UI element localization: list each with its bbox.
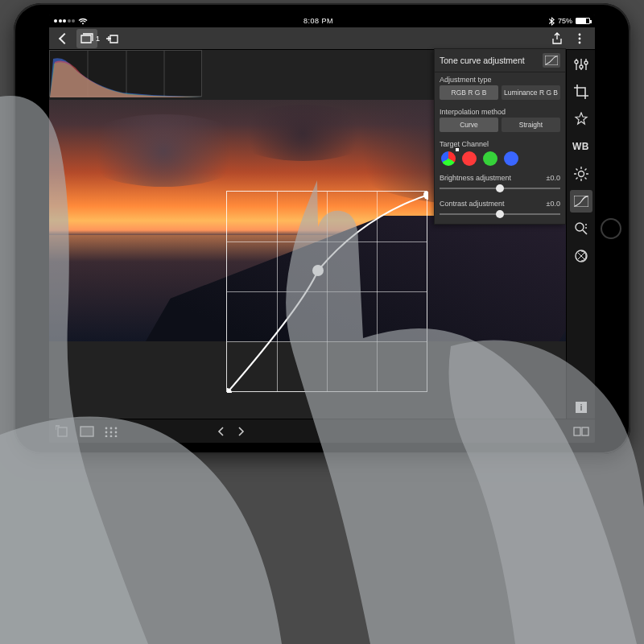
svg-rect-45	[574, 427, 580, 436]
add-collection-button[interactable]	[101, 29, 122, 48]
svg-point-7	[312, 265, 324, 276]
svg-point-39	[105, 431, 108, 433]
wifi-icon	[78, 18, 88, 25]
svg-line-21	[576, 169, 577, 171]
interpolation-label: Interpolation method	[435, 105, 565, 118]
home-button[interactable]	[601, 218, 621, 239]
svg-text:i: i	[580, 402, 582, 412]
channel-green-button[interactable]	[483, 151, 497, 166]
bluetooth-icon	[549, 17, 555, 26]
back-button[interactable]	[54, 29, 75, 48]
clock: 8:08 PM	[88, 17, 549, 25]
svg-line-27	[583, 230, 587, 234]
svg-point-38	[115, 427, 118, 429]
svg-point-43	[110, 435, 113, 436]
channel-blue-button[interactable]	[504, 151, 518, 166]
brightness-value: ±0.0	[547, 174, 560, 182]
svg-line-22	[584, 178, 586, 180]
tone-curve-tool-icon[interactable]	[570, 190, 592, 213]
ipad-device: 8:08 PM 75% 1	[14, 3, 630, 454]
svg-line-24	[576, 178, 577, 180]
app-toolbar: 1	[49, 27, 595, 50]
contrast-value: ±0.0	[547, 200, 560, 208]
target-channel-label: Target Channel	[435, 137, 565, 150]
interpolation-curve[interactable]: Curve	[440, 118, 498, 132]
compare-icon[interactable]	[572, 423, 590, 440]
svg-point-2	[579, 41, 581, 43]
contrast-label: Contrast adjustment	[440, 200, 505, 208]
svg-line-23	[584, 169, 586, 171]
svg-point-40	[110, 431, 113, 433]
interpolation-straight[interactable]: Straight	[502, 118, 560, 132]
signal-dots-icon	[54, 19, 75, 23]
svg-point-41	[115, 431, 118, 433]
prev-image-button[interactable]	[217, 427, 224, 436]
svg-point-0	[579, 33, 581, 35]
panel-title: Tone curve adjustment	[440, 56, 525, 65]
histogram[interactable]	[49, 50, 202, 97]
svg-point-15	[584, 61, 588, 64]
svg-point-16	[578, 171, 584, 177]
adjustments-icon[interactable]	[570, 53, 592, 76]
battery-icon	[576, 18, 590, 24]
brightness-label: Brightness adjustment	[440, 174, 511, 182]
svg-point-37	[110, 427, 113, 429]
grid-view-icon[interactable]	[102, 423, 120, 440]
svg-point-29	[585, 227, 587, 229]
svg-point-42	[105, 435, 108, 436]
brightness-slider[interactable]	[440, 185, 560, 192]
channel-all-button[interactable]	[441, 151, 456, 166]
svg-point-14	[580, 65, 583, 68]
detail-icon[interactable]	[570, 217, 592, 240]
collection-button[interactable]	[76, 29, 97, 48]
more-button[interactable]	[569, 29, 590, 48]
svg-rect-35	[80, 427, 93, 436]
adjustment-type-label: Adjustment type	[435, 72, 565, 85]
svg-point-13	[575, 60, 578, 64]
app-screen: 8:08 PM 75% 1	[49, 14, 595, 443]
share-button[interactable]	[547, 29, 568, 48]
svg-point-36	[105, 427, 108, 429]
svg-point-1	[579, 37, 581, 39]
tone-curve-editor[interactable]	[226, 191, 427, 392]
adjustment-type-luminance[interactable]: Luminance R G B	[502, 85, 560, 100]
svg-rect-46	[582, 427, 588, 436]
crop-icon[interactable]	[570, 80, 592, 103]
svg-rect-33	[58, 427, 67, 436]
next-image-button[interactable]	[238, 427, 245, 436]
lens-icon[interactable]	[570, 245, 592, 267]
editor-canvas: Tone curve adjustment Adjustment type RG…	[49, 50, 566, 419]
battery-percent: 75%	[558, 17, 572, 25]
info-icon[interactable]: i	[570, 396, 592, 419]
channel-red-button[interactable]	[462, 151, 477, 166]
bottom-bar	[49, 419, 595, 443]
svg-point-44	[115, 435, 118, 436]
effects-icon[interactable]	[570, 108, 592, 130]
adjustment-type-rgb[interactable]: RGB R G B	[440, 85, 498, 100]
tone-curve-icon[interactable]	[543, 53, 560, 68]
rotate-icon[interactable]	[54, 423, 72, 440]
tone-curve-panel: Tone curve adjustment Adjustment type RG…	[434, 48, 566, 225]
contrast-slider[interactable]	[440, 211, 560, 217]
single-view-icon[interactable]	[78, 423, 96, 440]
tool-rail: WB i	[566, 50, 595, 419]
svg-point-26	[576, 223, 584, 231]
collection-count: 1	[96, 35, 100, 43]
svg-point-28	[585, 224, 587, 225]
svg-point-8	[423, 192, 428, 200]
ios-status-bar: 8:08 PM 75%	[49, 14, 595, 27]
white-balance-button[interactable]: WB	[570, 135, 592, 158]
exposure-icon[interactable]	[570, 163, 592, 185]
